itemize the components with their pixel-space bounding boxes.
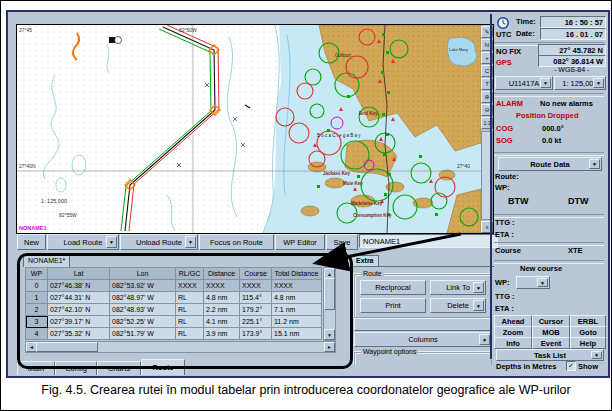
vscroll-thumb[interactable] [324, 278, 335, 310]
link-to-label: Link To [446, 283, 470, 292]
task-list-dropdown-icon[interactable]: ▼ [591, 351, 602, 359]
course-cell[interactable]: 173.9° [240, 328, 272, 340]
total-distance-cell[interactable]: 7.1 nm [272, 304, 322, 316]
lon-cell[interactable]: 082°52.25' W [110, 316, 176, 328]
grid-label-lon-bottom: 82°55W [59, 212, 77, 218]
lat-cell[interactable]: 027°44.31' N [48, 292, 110, 304]
columns-label: Columns [408, 335, 438, 344]
btw-label: BTW [508, 196, 529, 206]
chart-select-dropdown-icon[interactable]: ▼ [540, 78, 551, 88]
grid-label-lon-top: 82°50W [179, 27, 197, 33]
course-cell[interactable]: 179.2° [240, 304, 272, 316]
tab-config[interactable]: Config [55, 361, 97, 375]
chart-map[interactable]: 27°45 82°50W 27°40N 27°40 82°55W 1: 125,… [16, 24, 482, 234]
link-to-dropdown-icon[interactable]: ▼ [473, 282, 484, 293]
total-distance-cell[interactable]: 4.8 nm [272, 292, 322, 304]
columns-dropdown-icon[interactable]: ▼ [479, 334, 490, 345]
nc-wp-select[interactable]: ▼ [516, 276, 550, 289]
col-course: Course [240, 268, 272, 280]
distance-cell[interactable]: XXXX [204, 280, 240, 292]
delete-dropdown-icon[interactable]: ▼ [473, 300, 484, 311]
table-header-row: WP Lat Lon RL/GC Distance Course Total D… [26, 268, 322, 280]
course-cell[interactable]: XXXX [240, 280, 272, 292]
waypoint-table: WP Lat Lon RL/GC Distance Course Total D… [25, 267, 322, 340]
lon-cell[interactable]: 082°51.79' W [110, 328, 176, 340]
task-list-select[interactable]: Task List ▼ [496, 349, 604, 361]
nc-wp-label: WP: [495, 278, 510, 287]
rlgc-cell[interactable]: RL [176, 328, 204, 340]
fix-status: NO FIX [496, 47, 521, 56]
place-label-bay: B o c a C i e g a B a y [317, 133, 361, 138]
reciprocal-button[interactable]: Reciprocal [360, 280, 426, 295]
load-route-button[interactable]: Load Route ▼ [47, 234, 119, 250]
lat-cell[interactable]: 027°35.32' N [48, 328, 110, 340]
figure-caption: Fig. 4.5. Crearea rutei în modul tabelar… [1, 383, 611, 397]
distance-cell[interactable]: 4.1 nm [204, 316, 240, 328]
lat-cell[interactable]: 027°42.10' N [48, 304, 110, 316]
delete-button[interactable]: Delete ▼ [430, 298, 486, 313]
rlgc-cell[interactable]: RL [176, 292, 204, 304]
ttg-label: TTG : [495, 218, 515, 227]
lon-cell[interactable]: 082°48.93' W [110, 304, 176, 316]
scroll-right-icon[interactable]: ► [324, 342, 335, 352]
distance-cell[interactable]: 4.8 nm [204, 292, 240, 304]
wp-cell[interactable]: 4 [26, 328, 48, 340]
event-button[interactable]: Event [532, 337, 570, 349]
table-vscrollbar[interactable]: ▲ ▼ [323, 267, 336, 341]
nc-wp-dropdown-icon[interactable]: ▼ [537, 278, 548, 287]
rlgc-cell[interactable]: RL [176, 304, 204, 316]
tab-route[interactable]: Route [141, 359, 185, 375]
table-row: 1 027°44.31' N 082°48.97' W RL 4.8 nm 11… [26, 292, 322, 304]
total-distance-cell[interactable]: 11.2 nm [272, 316, 322, 328]
tab-charts[interactable]: Charts [97, 361, 141, 375]
total-distance-cell[interactable]: 15.1 nm [272, 328, 322, 340]
wp-cell[interactable]: 2 [26, 304, 48, 316]
new-route-button[interactable]: New [17, 234, 46, 250]
load-route-dropdown-icon[interactable]: ▼ [106, 236, 117, 248]
alarm-label[interactable]: ALARM [496, 99, 523, 108]
scale-select-dropdown-icon[interactable]: ▼ [593, 78, 604, 88]
hscroll-thumb[interactable] [36, 342, 98, 352]
unload-route-button[interactable]: Unload Route ▼ [120, 234, 198, 250]
total-distance-cell[interactable]: XXXX [272, 280, 322, 292]
route-tab-noname[interactable]: NONAME1* [23, 255, 70, 267]
xte-label: XTE [568, 246, 583, 255]
waypoint-options-group: Waypoint options [354, 352, 492, 365]
distance-cell[interactable]: 2.2 nm [204, 304, 240, 316]
lon-cell[interactable]: 082°48.97' W [110, 292, 176, 304]
route-data-select[interactable]: Route Data ▼ [498, 157, 602, 171]
table-hscrollbar[interactable]: ◄ ► [25, 341, 336, 353]
table-row: 3 027°39.17' N 082°52.25' W RL 4.1 nm 22… [26, 316, 322, 328]
tab-main[interactable]: Main [17, 361, 55, 375]
lat-cell[interactable]: 027°39.17' N [48, 316, 110, 328]
route-name-field[interactable]: NONAME1 [359, 234, 498, 248]
wp-cell[interactable]: 0 [26, 280, 48, 292]
col-distance: Distance [204, 268, 240, 280]
course-cell[interactable]: 225.1° [240, 316, 272, 328]
show-checkbox[interactable]: ✓ [566, 361, 576, 371]
scroll-down-icon[interactable]: ▼ [324, 329, 335, 340]
wp-cell[interactable]: 1 [26, 292, 48, 304]
course-cell[interactable]: 115.4° [240, 292, 272, 304]
delete-label: Delete [447, 301, 469, 310]
save-button[interactable]: Save [326, 234, 358, 250]
focus-on-route-button[interactable]: Focus on Route [199, 234, 274, 250]
distance-cell[interactable]: 3.9 nm [204, 328, 240, 340]
rlgc-cell[interactable]: RL [176, 316, 204, 328]
link-to-button[interactable]: Link To ▼ [430, 280, 486, 295]
help-button[interactable]: Help [570, 337, 606, 349]
col-rlgc: RL/GC [176, 268, 204, 280]
chart-select[interactable]: U11417A ▼ [495, 76, 553, 90]
info-button[interactable]: Info [494, 337, 532, 349]
unload-route-dropdown-icon[interactable]: ▼ [185, 236, 196, 248]
scale-select[interactable]: 1: 125,000 ▼ [554, 76, 606, 90]
route-data-dropdown-icon[interactable]: ▼ [589, 159, 600, 169]
place-label-consumption: Consumption Key [353, 213, 392, 218]
print-button[interactable]: Print [360, 298, 426, 313]
wp-editor-button[interactable]: WP Editor [275, 234, 325, 250]
wp-cell[interactable]: 3 [26, 316, 48, 328]
lon-cell[interactable]: 082°53.92' W [110, 280, 176, 292]
lat-cell[interactable]: 027°46.38' N [48, 280, 110, 292]
rlgc-cell[interactable]: XXXX [176, 280, 204, 292]
columns-button[interactable]: Columns ▼ [354, 332, 492, 347]
